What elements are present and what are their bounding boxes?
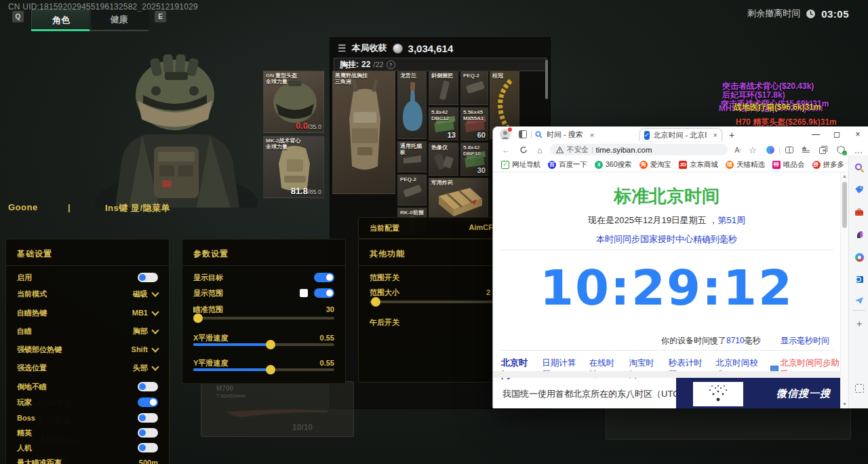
sidebar-search-icon[interactable] bbox=[854, 162, 865, 173]
boss-toggle[interactable] bbox=[138, 413, 158, 423]
item-card-cheekpad[interactable]: 通用托腮板 bbox=[397, 141, 427, 172]
panel-parameters: 参数设置 显示目标 显示范围 瞄准范围30 X平滑速度0.55 Y平滑速度0.5… bbox=[182, 239, 346, 384]
lock-key-select[interactable]: Shift bbox=[132, 345, 158, 353]
scroll-down-arrow[interactable]: ▼ bbox=[841, 400, 848, 408]
bottle-art bbox=[398, 71, 427, 139]
maximize-button[interactable]: ◻ bbox=[827, 127, 847, 142]
home-button[interactable]: ⌂ bbox=[534, 144, 546, 156]
loot-scrollbar[interactable] bbox=[545, 60, 548, 99]
tab-character[interactable]: 角色 bbox=[31, 9, 91, 31]
help-icon[interactable]: ? bbox=[387, 60, 395, 69]
tab-beijing-time[interactable]: ✓ 北京时间 - 北京时间校准精确到 × bbox=[639, 128, 722, 141]
bookmark-item[interactable]: ✓网址导航 bbox=[501, 160, 540, 170]
scroll-up-arrow[interactable]: ▲ bbox=[841, 172, 848, 180]
item-card-vest[interactable]: MK-2战术背心全球力量 81.8/85.0 bbox=[263, 136, 324, 198]
range-color-swatch[interactable] bbox=[300, 289, 308, 297]
item-card-ammo-dbc12[interactable]: 5.8x42DBC12 13 bbox=[429, 107, 458, 140]
new-tab-button[interactable]: + bbox=[729, 130, 734, 140]
bookmark-item[interactable]: 特唯品会 bbox=[772, 160, 805, 170]
show-range-toggle[interactable] bbox=[314, 288, 334, 298]
lock-pos-select[interactable]: 头部 bbox=[133, 363, 158, 373]
item-card-rig[interactable]: 黑鹰野战胸挂三角洲 bbox=[332, 71, 395, 194]
bot-toggle[interactable] bbox=[138, 443, 158, 452]
week-link[interactable]: 第51周 bbox=[717, 215, 745, 225]
elite-toggle[interactable] bbox=[138, 428, 158, 438]
copilot-button[interactable] bbox=[764, 144, 776, 156]
range-size-value: 2 bbox=[486, 288, 490, 296]
item-card-peq2[interactable]: PEQ-2 bbox=[397, 174, 427, 206]
scrollbar-thumb[interactable] bbox=[842, 182, 847, 228]
sidebar-games-icon[interactable] bbox=[854, 229, 865, 240]
bookmark-item[interactable]: 拼拼多多 bbox=[812, 160, 845, 170]
minimize-button[interactable]: — bbox=[806, 127, 826, 142]
back-button[interactable]: ← bbox=[500, 144, 512, 156]
item-card-ammo-m855a1[interactable]: 5.56x45M855A1 60 bbox=[460, 107, 488, 140]
bookmark-item[interactable]: 3360搜索 bbox=[595, 160, 632, 170]
cheat-menu-hint: Ins键 显/隐菜单 bbox=[105, 202, 170, 214]
sidebar-outlook-icon[interactable] bbox=[854, 274, 865, 285]
bookmark-item[interactable]: JD京东商城 bbox=[679, 160, 718, 170]
bookmark-item[interactable]: 猫天猫精选 bbox=[726, 160, 765, 170]
warning-icon bbox=[556, 147, 564, 153]
sidebar-shopping-icon[interactable] bbox=[854, 185, 865, 195]
show-ms-link[interactable]: 显示毫秒时间 bbox=[781, 336, 829, 345]
y-smooth-slider[interactable] bbox=[193, 368, 334, 371]
sidebar-tools-icon[interactable] bbox=[854, 207, 865, 218]
page-scrollbar[interactable]: ▲ ▼ bbox=[840, 172, 848, 408]
screen: CN UID:181592029455196132582_20251219102… bbox=[0, 0, 868, 464]
tab-close-icon[interactable]: × bbox=[590, 131, 594, 139]
loot-title: 本局收获 bbox=[352, 42, 387, 54]
sidebar-m365-icon[interactable] bbox=[854, 252, 865, 263]
sync-link[interactable]: 本时间同步国家授时中心精确到毫秒 bbox=[493, 233, 840, 246]
favorite-star-button[interactable]: ☆ bbox=[747, 144, 759, 156]
item-card-peq1[interactable]: PEQ-2 bbox=[460, 71, 488, 105]
workspaces-icon[interactable] bbox=[519, 130, 527, 138]
settings-more-button[interactable]: … bbox=[852, 144, 865, 156]
enable-toggle[interactable] bbox=[138, 273, 158, 282]
cheat-brand: Goone bbox=[8, 202, 38, 212]
item-card-ammo-dbp10[interactable]: 5.8x42DBP10 30 bbox=[460, 142, 488, 176]
close-button[interactable]: × bbox=[848, 127, 868, 142]
mode-select[interactable]: 磁吸 bbox=[133, 289, 158, 299]
item-card-grip-angled[interactable]: 斜侧握把 bbox=[429, 71, 458, 105]
sidebar-screenshot-icon[interactable] bbox=[854, 383, 865, 393]
favorites-bar-button[interactable] bbox=[800, 144, 812, 156]
item-card-thermal[interactable]: 热像仪 bbox=[429, 142, 458, 176]
aim-part-select[interactable]: 胸部 bbox=[133, 326, 158, 336]
read-aloud-button[interactable]: Aᵛ bbox=[732, 144, 744, 156]
split-screen-button[interactable] bbox=[783, 144, 795, 156]
x-smooth-value: 0.55 bbox=[320, 334, 334, 342]
browser-navbar: ← ⌂ 不安全 time.syiban.com Aᵛ ☆ ✓ … bbox=[493, 142, 868, 158]
item-card-tequila[interactable]: 龙舌兰 bbox=[397, 71, 427, 139]
divider bbox=[853, 310, 865, 311]
browser-essentials-icon[interactable]: ✓ bbox=[835, 144, 847, 156]
address-bar[interactable]: 不安全 time.syiban.com bbox=[550, 144, 728, 155]
wechat-banner[interactable]: 微信搜一搜 bbox=[676, 378, 840, 408]
y-smooth-value: 0.55 bbox=[320, 359, 334, 367]
tab-close-icon[interactable]: × bbox=[713, 131, 717, 139]
bookmark-item[interactable]: 淘爱淘宝 bbox=[639, 160, 672, 170]
profile-avatar[interactable] bbox=[500, 129, 511, 140]
collections-button[interactable] bbox=[817, 144, 829, 156]
chevron-down-icon bbox=[151, 308, 159, 315]
tab-search[interactable]: 时间 - 搜索 × bbox=[535, 128, 635, 141]
refresh-button[interactable] bbox=[517, 144, 530, 156]
bookmark-favicon: 特 bbox=[772, 161, 781, 169]
loot-header: ☰ 本局收获 3,034,614 bbox=[338, 42, 453, 54]
tab-health[interactable]: 健康 bbox=[90, 9, 149, 29]
show-target-toggle[interactable] bbox=[314, 273, 334, 282]
aim-range-slider[interactable] bbox=[193, 317, 334, 320]
downed-toggle[interactable] bbox=[138, 382, 158, 391]
list-icon[interactable]: ☰ bbox=[338, 43, 347, 54]
bookmark-item[interactable]: 百百度一下 bbox=[548, 160, 587, 170]
aim-key-select[interactable]: MB1 bbox=[132, 309, 158, 317]
x-smooth-slider[interactable] bbox=[193, 343, 334, 346]
item-card-explosive[interactable]: 军用炸药 bbox=[429, 178, 488, 221]
divider bbox=[6, 265, 169, 266]
durability-zero: 0.0 bbox=[296, 121, 308, 131]
extraction-timer: 剩余撤离时间 03:05 bbox=[747, 7, 849, 20]
sidebar-drop-icon[interactable] bbox=[854, 295, 865, 306]
sidebar-add-icon[interactable]: + bbox=[854, 318, 865, 329]
player-toggle[interactable] bbox=[138, 398, 158, 407]
item-card-helmet[interactable]: GN 重型头盔全球力量 0.0/35.0 bbox=[263, 71, 324, 133]
